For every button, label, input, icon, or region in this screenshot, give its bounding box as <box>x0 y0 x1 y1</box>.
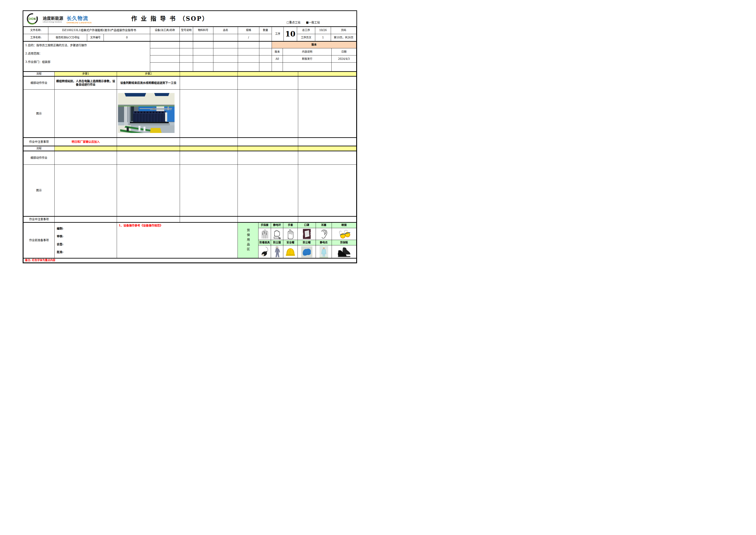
ppe-area-label: 劳保用品区 <box>237 222 258 258</box>
flow-label-1: 流程 <box>23 71 55 76</box>
doc-no-value: 0 <box>104 34 150 42</box>
didu-name-cn: 迪度新能源 <box>43 15 63 21</box>
empty-cell <box>237 76 298 90</box>
empty-cell <box>237 89 298 138</box>
model-label: 型号说明 <box>179 27 193 34</box>
detail-action-label-2: 细部动作作业 <box>23 151 55 165</box>
reviewed-by-label: 审核: <box>57 235 64 238</box>
purpose-line: 1.目的：指导员工按照正确的方法、步骤进行操作 <box>25 43 87 47</box>
ppe-cell <box>316 245 332 258</box>
dust-cap-icon <box>301 246 313 258</box>
hard-hat-icon <box>285 246 296 258</box>
empty-cell <box>259 55 272 63</box>
ppe-cell <box>258 245 271 258</box>
empty-cell <box>237 164 298 216</box>
empty-cell <box>298 164 356 216</box>
qty-label: 数量 <box>259 27 272 34</box>
ppe-cell <box>283 245 298 258</box>
scope-line: 2.适用范围： <box>25 52 42 55</box>
dust-suit-icon <box>273 246 281 258</box>
machine-photo <box>118 93 175 133</box>
empty-cell <box>298 76 356 90</box>
caution-label-2: 作业中注意事项 <box>23 216 55 222</box>
process-page-label: 工序页次 <box>297 34 315 42</box>
signature-block: 编制: 审核: 会签: 批准: <box>54 222 117 258</box>
divider <box>23 146 356 146</box>
empty-cell <box>180 151 238 165</box>
empty-cell <box>193 48 213 55</box>
divider <box>23 151 356 151</box>
empty-cell <box>117 151 180 165</box>
empty-cell <box>180 137 238 146</box>
didu-logo-icon: DIDU <box>25 12 39 26</box>
countersign-label: 会签: <box>57 242 64 246</box>
empty-cell <box>331 62 356 71</box>
divider <box>23 76 356 77</box>
empty-cell <box>259 34 272 42</box>
empty-cell <box>54 151 117 165</box>
version-desc-header: 内容说明 <box>283 48 332 55</box>
divider <box>23 71 356 72</box>
empty-cell <box>180 146 238 151</box>
esd-wrist-strap-icon <box>272 229 282 239</box>
equipment-label: 设备(治工具)名称 <box>150 27 180 34</box>
empty-cell <box>117 164 180 216</box>
logo-area: DIDU 迪度新能源 Lithium Energy Solutions 长久物流… <box>25 12 92 26</box>
empty-cell <box>298 146 356 151</box>
ppe-label-hard-hat: 安全帽 <box>283 240 298 245</box>
empty-cell <box>54 146 117 151</box>
ppe-label-esd-wrist-strap: 静电环 <box>271 222 283 228</box>
empty-cell <box>180 164 238 216</box>
detail-action-label-1: 细部动作作业 <box>23 76 55 90</box>
page-no-value: 第10页，共26页 <box>331 34 356 42</box>
divider <box>23 26 356 27</box>
empty-cell <box>237 71 298 76</box>
purpose-block: 1.目的：指导员工按照正确的方法、步骤进行操作 2.适用范围： 3.作业部门：组… <box>23 41 150 71</box>
step2-detail-text: 设备判断结束后流水线将模组运送到下一工位 <box>117 76 180 90</box>
empty-cell <box>298 71 356 76</box>
file-name-value: DZ100233L1组串式户外储能柜(液冷)产品组装作业指导书 <box>48 27 150 34</box>
empty-cell <box>238 41 259 48</box>
ppe-label-esd-garment: 静电衣 <box>316 240 332 245</box>
empty-cell <box>213 55 238 63</box>
empty-cell <box>179 34 193 42</box>
respirator-icon <box>260 246 269 258</box>
ppe-label-respirator: 防毒面具 <box>258 240 271 245</box>
finger-cots-icon <box>260 229 269 239</box>
empty-cell <box>213 34 238 42</box>
empty-cell <box>238 48 259 55</box>
key-station-checkbox: □重点工站 <box>286 20 300 24</box>
gloves-icon <box>286 229 295 239</box>
doc-no-label: 文件编号 <box>87 34 104 42</box>
process-page-value: 1 <box>315 34 331 42</box>
ppe-label-safety-shoes: 劳保鞋 <box>332 240 356 245</box>
prepared-by-label: 编制: <box>57 227 64 230</box>
face-mask-icon <box>302 229 311 239</box>
ppe-cell <box>298 245 316 258</box>
ppe-label-dust-suit: 防尘服 <box>271 240 283 245</box>
empty-cell <box>180 216 238 222</box>
empty-cell <box>237 216 298 222</box>
empty-cell <box>193 55 213 63</box>
empty-cell <box>238 55 259 63</box>
diagram-label-1: 图示 <box>23 89 55 138</box>
empty-cell <box>180 71 238 76</box>
empty-cell <box>213 62 238 71</box>
empty-cell <box>117 146 180 151</box>
ppe-label-gloves: 手套 <box>283 222 298 228</box>
step2-header: 步骤2 <box>117 71 180 76</box>
ppe-cell <box>316 228 332 240</box>
divider <box>23 258 356 259</box>
department-line: 3.作业部门：组装部 <box>25 60 50 64</box>
diagram-label-2: 图示 <box>23 164 55 216</box>
empty-cell <box>150 55 180 63</box>
sop-sheet: DIDU 迪度新能源 Lithium Energy Solutions 长久物流… <box>23 10 357 263</box>
empty-cell <box>193 41 213 48</box>
divider <box>23 41 356 42</box>
empty-cell <box>237 151 298 165</box>
process-label: 工序 <box>272 27 284 42</box>
ppe-cell <box>298 228 316 240</box>
empty-cell <box>150 41 180 48</box>
step1-detail-text: 模组转线站别，人员在电脑上选择图示参数，设备自动进行作业 <box>54 76 117 90</box>
step-name-label: 工序名称: <box>23 34 48 42</box>
